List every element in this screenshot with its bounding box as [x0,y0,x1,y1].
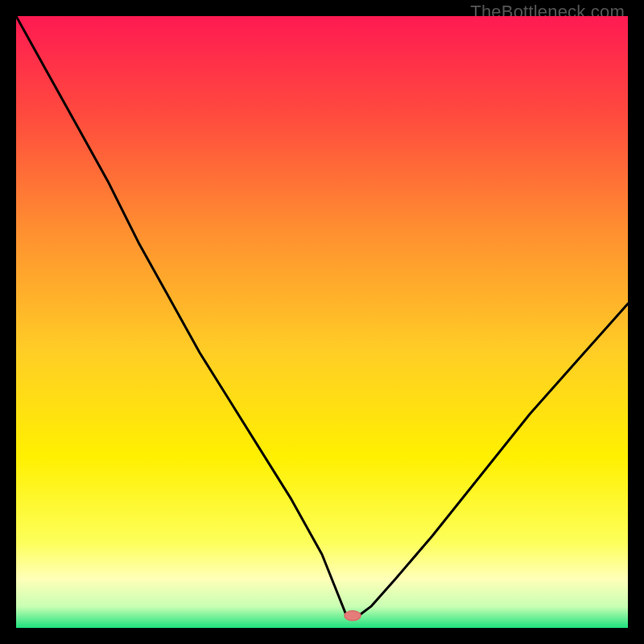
chart-frame: TheBottleneck.com [0,0,644,644]
gradient-background [16,16,628,628]
chart-svg [16,16,628,628]
plot-area [16,16,628,628]
optimum-marker [345,611,361,621]
